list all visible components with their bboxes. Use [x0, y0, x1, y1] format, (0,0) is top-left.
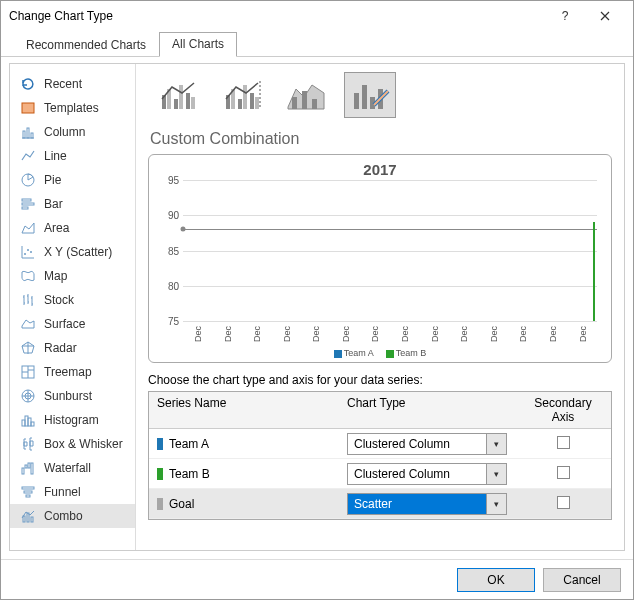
sidebar-item-combo[interactable]: Combo	[10, 504, 135, 528]
header-series-name: Series Name	[149, 392, 339, 428]
chevron-down-icon: ▾	[486, 434, 506, 454]
help-button[interactable]: ?	[545, 5, 585, 27]
sidebar-item-area[interactable]: Area	[10, 216, 135, 240]
sidebar-item-stock[interactable]: Stock	[10, 288, 135, 312]
sidebar-item-label: Stock	[44, 293, 74, 307]
svg-rect-39	[255, 97, 259, 109]
svg-rect-7	[22, 207, 28, 209]
x-tick: Dec	[334, 319, 358, 349]
sidebar-item-funnel[interactable]: Funnel	[10, 480, 135, 504]
series-caption: Choose the chart type and axis for your …	[148, 373, 616, 387]
chart-plot-area: 95 90 85 80 75	[183, 180, 597, 322]
chart-type-dropdown-goal[interactable]: Scatter▾	[347, 493, 507, 515]
svg-rect-20	[28, 463, 30, 468]
subtype-clustered-column-line-secondary[interactable]	[216, 72, 268, 118]
chart-type-sidebar: Recent Templates Column Line Pie Bar Are…	[10, 64, 135, 550]
sidebar-item-box-whisker[interactable]: Box & Whisker	[10, 432, 135, 456]
sidebar-item-label: Area	[44, 221, 69, 235]
sidebar-item-label: Box & Whisker	[44, 437, 123, 451]
secondary-axis-checkbox-team-a[interactable]	[557, 436, 570, 449]
subtype-icon	[286, 77, 326, 113]
x-tick: Dec	[186, 319, 210, 349]
sidebar-item-treemap[interactable]: Treemap	[10, 360, 135, 384]
header-chart-type: Chart Type	[339, 392, 515, 428]
subtype-custom-combination[interactable]	[344, 72, 396, 118]
templates-icon	[20, 100, 36, 116]
sidebar-item-sunburst[interactable]: Sunburst	[10, 384, 135, 408]
sidebar-item-line[interactable]: Line	[10, 144, 135, 168]
x-axis-labels: Dec Dec Dec Dec Dec Dec Dec Dec Dec Dec …	[183, 322, 597, 346]
subtype-stacked-area-column[interactable]	[280, 72, 332, 118]
x-tick: Dec	[570, 319, 594, 349]
surface-icon	[20, 316, 36, 332]
svg-rect-6	[22, 203, 34, 205]
tab-recommended-charts[interactable]: Recommended Charts	[13, 33, 159, 57]
x-tick: Dec	[245, 319, 269, 349]
series-row-team-a[interactable]: Team A Clustered Column▾	[149, 429, 611, 459]
funnel-icon	[20, 484, 36, 500]
svg-rect-42	[312, 99, 317, 109]
svg-rect-21	[31, 463, 33, 474]
series-row-goal[interactable]: Goal Scatter▾	[149, 489, 611, 519]
x-tick: Dec	[393, 319, 417, 349]
sidebar-item-waterfall[interactable]: Waterfall	[10, 456, 135, 480]
svg-rect-36	[238, 99, 242, 109]
svg-rect-30	[174, 99, 178, 109]
chart-legend: Team A Team B	[159, 348, 601, 358]
sidebar-item-label: Recent	[44, 77, 82, 91]
tab-all-charts[interactable]: All Charts	[159, 32, 237, 57]
sidebar-item-templates[interactable]: Templates	[10, 96, 135, 120]
subtype-clustered-column-line[interactable]	[152, 72, 204, 118]
chart-preview[interactable]: 2017 95 90 85 80 75 Dec Dec Dec Dec Dec …	[148, 154, 612, 363]
svg-rect-3	[31, 133, 33, 138]
bar-icon	[20, 196, 36, 212]
sidebar-item-label: Surface	[44, 317, 85, 331]
waterfall-icon	[20, 460, 36, 476]
sidebar-item-scatter[interactable]: X Y (Scatter)	[10, 240, 135, 264]
sidebar-item-label: Sunburst	[44, 389, 92, 403]
x-tick: Dec	[275, 319, 299, 349]
svg-rect-31	[179, 85, 183, 109]
chart-type-dropdown-team-b[interactable]: Clustered Column▾	[347, 463, 507, 485]
panel-heading: Custom Combination	[150, 130, 616, 148]
sidebar-item-pie[interactable]: Pie	[10, 168, 135, 192]
dialog-footer: OK Cancel	[1, 559, 633, 599]
svg-rect-23	[24, 491, 32, 493]
close-button[interactable]	[585, 5, 625, 27]
svg-rect-38	[250, 93, 254, 109]
ok-button[interactable]: OK	[457, 568, 535, 592]
map-icon	[20, 268, 36, 284]
svg-rect-40	[292, 97, 297, 109]
sidebar-item-recent[interactable]: Recent	[10, 72, 135, 96]
svg-rect-24	[26, 495, 30, 497]
chart-title: 2017	[159, 161, 601, 178]
series-name: Goal	[169, 497, 194, 511]
secondary-axis-checkbox-team-b[interactable]	[557, 466, 570, 479]
svg-point-10	[30, 251, 32, 253]
sidebar-item-label: Radar	[44, 341, 77, 355]
chart-type-dropdown-team-a[interactable]: Clustered Column▾	[347, 433, 507, 455]
sidebar-item-column[interactable]: Column	[10, 120, 135, 144]
sidebar-item-label: Funnel	[44, 485, 81, 499]
cancel-button[interactable]: Cancel	[543, 568, 621, 592]
sunburst-icon	[20, 388, 36, 404]
scatter-icon	[20, 244, 36, 260]
sidebar-item-surface[interactable]: Surface	[10, 312, 135, 336]
sidebar-item-histogram[interactable]: Histogram	[10, 408, 135, 432]
sidebar-item-bar[interactable]: Bar	[10, 192, 135, 216]
series-row-team-b[interactable]: Team B Clustered Column▾	[149, 459, 611, 489]
x-tick: Dec	[422, 319, 446, 349]
stock-icon	[20, 292, 36, 308]
y-tick: 75	[159, 316, 179, 327]
secondary-axis-checkbox-goal[interactable]	[557, 496, 570, 509]
sidebar-item-map[interactable]: Map	[10, 264, 135, 288]
x-tick: Dec	[363, 319, 387, 349]
svg-rect-17	[31, 422, 34, 426]
sidebar-item-radar[interactable]: Radar	[10, 336, 135, 360]
pie-icon	[20, 172, 36, 188]
subtype-icon	[350, 77, 390, 113]
box-whisker-icon	[20, 436, 36, 452]
svg-rect-43	[354, 93, 359, 109]
svg-rect-33	[191, 97, 195, 109]
svg-point-8	[24, 253, 26, 255]
